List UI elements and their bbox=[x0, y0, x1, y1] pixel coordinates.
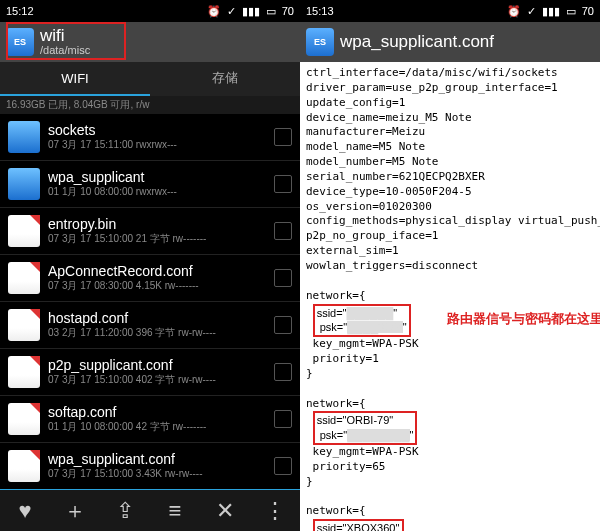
bottom-btn-3[interactable]: ≡ bbox=[150, 490, 200, 531]
file-name: entropy.bin bbox=[48, 216, 266, 232]
file-texts: ApConnectRecord.conf07 3月 17 08:30:00 4.… bbox=[48, 263, 266, 293]
file-checkbox[interactable] bbox=[274, 457, 292, 475]
wifi-icon: ✓ bbox=[527, 5, 536, 18]
file-meta: 07 3月 17 15:10:00 3.43K rw-rw---- bbox=[48, 467, 266, 481]
tabs: WIFI 存储 bbox=[0, 62, 300, 96]
file-name: sockets bbox=[48, 122, 266, 138]
signal-icon: ▮▮▮ bbox=[242, 5, 260, 18]
file-checkbox[interactable] bbox=[274, 269, 292, 287]
file-name: wpa_supplicant.conf bbox=[48, 451, 266, 467]
file-icon bbox=[8, 356, 40, 388]
wifi-icon: ✓ bbox=[227, 5, 236, 18]
bottom-btn-4[interactable]: ✕ bbox=[200, 490, 250, 531]
file-row[interactable]: wpa_supplicant.conf07 3月 17 15:10:00 3.4… bbox=[0, 443, 300, 489]
battery-icon: ▭ bbox=[266, 5, 276, 18]
statusbar-left: 15:12 ⏰ ✓ ▮▮▮ ▭ 70 bbox=[0, 0, 300, 22]
file-row[interactable]: p2p_supplicant.conf07 3月 17 15:10:00 402… bbox=[0, 349, 300, 396]
file-checkbox[interactable] bbox=[274, 316, 292, 334]
text-viewer[interactable]: ctrl_interface=/data/misc/wifi/sockets d… bbox=[300, 62, 600, 531]
status-icons: ⏰ ✓ ▮▮▮ ▭ 70 bbox=[207, 5, 294, 18]
file-icon bbox=[8, 215, 40, 247]
tab-storage[interactable]: 存储 bbox=[150, 62, 300, 96]
alarm-icon: ⏰ bbox=[207, 5, 221, 18]
file-texts: sockets07 3月 17 15:11:00 rwxrwx--- bbox=[48, 122, 266, 152]
bottom-btn-0[interactable]: ♥ bbox=[0, 490, 50, 531]
header-right: ES wpa_supplicant.conf bbox=[300, 22, 600, 62]
header-left: ES wifi /data/misc bbox=[0, 22, 300, 62]
file-row[interactable]: wpa_supplicant01 1月 10 08:00:00 rwxrwx--… bbox=[0, 161, 300, 208]
battery-pct: 70 bbox=[582, 5, 594, 17]
time: 15:12 bbox=[6, 5, 34, 17]
time: 15:13 bbox=[306, 5, 334, 17]
file-meta: 07 3月 17 15:10:00 21 字节 rw------- bbox=[48, 232, 266, 246]
phone-right: 15:13 ⏰ ✓ ▮▮▮ ▭ 70 ES wpa_supplicant.con… bbox=[300, 0, 600, 531]
file-checkbox[interactable] bbox=[274, 128, 292, 146]
file-list[interactable]: sockets07 3月 17 15:11:00 rwxrwx---wpa_su… bbox=[0, 114, 300, 489]
file-icon bbox=[8, 309, 40, 341]
file-texts: wpa_supplicant01 1月 10 08:00:00 rwxrwx--… bbox=[48, 169, 266, 199]
header-sub: /data/misc bbox=[40, 45, 90, 57]
file-meta: 01 1月 10 08:00:00 rwxrwx--- bbox=[48, 185, 266, 199]
file-meta: 07 3月 17 15:11:00 rwxrwx--- bbox=[48, 138, 266, 152]
bottom-btn-2[interactable]: ⇪ bbox=[100, 490, 150, 531]
file-name: p2p_supplicant.conf bbox=[48, 357, 266, 373]
folder-icon bbox=[8, 168, 40, 200]
file-icon bbox=[8, 450, 40, 482]
file-row[interactable]: ApConnectRecord.conf07 3月 17 08:30:00 4.… bbox=[0, 255, 300, 302]
tab-wifi[interactable]: WIFI bbox=[0, 62, 150, 96]
file-icon bbox=[8, 403, 40, 435]
file-name: softap.conf bbox=[48, 404, 266, 420]
signal-icon: ▮▮▮ bbox=[542, 5, 560, 18]
annotation-hint: 路由器信号与密码都在这里 bbox=[447, 310, 600, 328]
alarm-icon: ⏰ bbox=[507, 5, 521, 18]
statusbar-right: 15:13 ⏰ ✓ ▮▮▮ ▭ 70 bbox=[300, 0, 600, 22]
file-name: wpa_supplicant bbox=[48, 169, 266, 185]
file-texts: hostapd.conf03 2月 17 11:20:00 396 字节 rw-… bbox=[48, 310, 266, 340]
file-meta: 07 3月 17 15:10:00 402 字节 rw-rw---- bbox=[48, 373, 266, 387]
file-icon bbox=[8, 262, 40, 294]
header-title: wifi bbox=[40, 27, 90, 45]
file-checkbox[interactable] bbox=[274, 363, 292, 381]
file-row[interactable]: entropy.bin07 3月 17 15:10:00 21 字节 rw---… bbox=[0, 208, 300, 255]
file-texts: wpa_supplicant.conf07 3月 17 15:10:00 3.4… bbox=[48, 451, 266, 481]
file-checkbox[interactable] bbox=[274, 410, 292, 428]
file-texts: softap.conf01 1月 10 08:00:00 42 字节 rw---… bbox=[48, 404, 266, 434]
battery-pct: 70 bbox=[282, 5, 294, 17]
folder-icon bbox=[8, 121, 40, 153]
file-texts: p2p_supplicant.conf07 3月 17 15:10:00 402… bbox=[48, 357, 266, 387]
status-icons: ⏰ ✓ ▮▮▮ ▭ 70 bbox=[507, 5, 594, 18]
file-texts: entropy.bin07 3月 17 15:10:00 21 字节 rw---… bbox=[48, 216, 266, 246]
file-row[interactable]: sockets07 3月 17 15:11:00 rwxrwx--- bbox=[0, 114, 300, 161]
app-icon: ES bbox=[306, 28, 334, 56]
file-meta: 03 2月 17 11:20:00 396 字节 rw-rw---- bbox=[48, 326, 266, 340]
bottom-bar: ♥＋⇪≡✕⋮ bbox=[0, 489, 300, 531]
file-meta: 07 3月 17 08:30:00 4.15K rw------- bbox=[48, 279, 266, 293]
file-checkbox[interactable] bbox=[274, 175, 292, 193]
file-row[interactable]: hostapd.conf03 2月 17 11:20:00 396 字节 rw-… bbox=[0, 302, 300, 349]
header-title: wpa_supplicant.conf bbox=[340, 33, 494, 51]
app-icon: ES bbox=[6, 28, 34, 56]
battery-icon: ▭ bbox=[566, 5, 576, 18]
file-checkbox[interactable] bbox=[274, 222, 292, 240]
phone-left: 15:12 ⏰ ✓ ▮▮▮ ▭ 70 ES wifi /data/misc WI… bbox=[0, 0, 300, 531]
file-name: hostapd.conf bbox=[48, 310, 266, 326]
storage-info: 16.93GB 已用, 8.04GB 可用, r/w bbox=[0, 96, 300, 114]
bottom-btn-5[interactable]: ⋮ bbox=[250, 490, 300, 531]
file-name: ApConnectRecord.conf bbox=[48, 263, 266, 279]
bottom-btn-1[interactable]: ＋ bbox=[50, 490, 100, 531]
file-row[interactable]: softap.conf01 1月 10 08:00:00 42 字节 rw---… bbox=[0, 396, 300, 443]
file-meta: 01 1月 10 08:00:00 42 字节 rw------- bbox=[48, 420, 266, 434]
